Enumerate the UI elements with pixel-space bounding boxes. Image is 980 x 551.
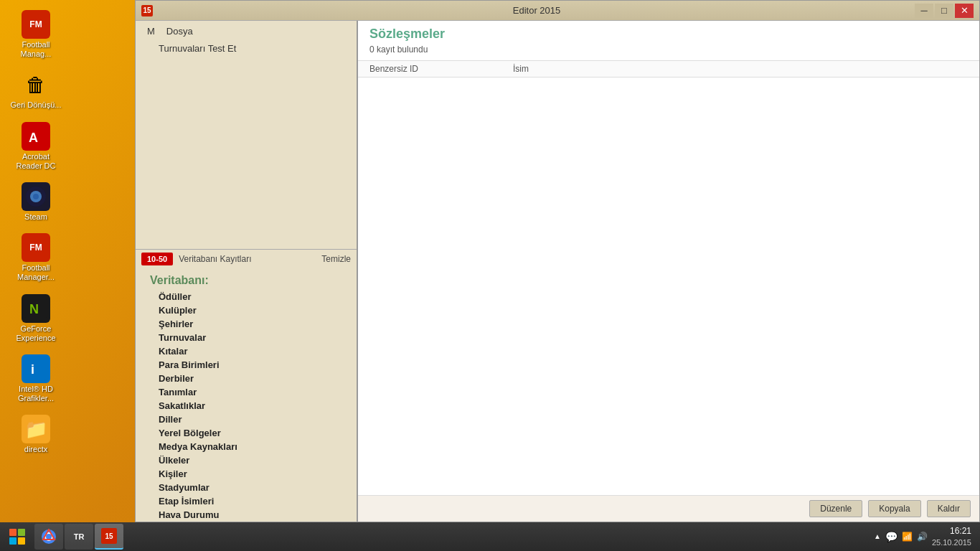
icon-label-fm1: Football Manag... bbox=[10, 40, 62, 59]
db-item-kitalar[interactable]: Kıtalar bbox=[141, 344, 351, 358]
title-bar: 15 Editor 2015 ─ □ ✕ bbox=[136, 1, 979, 21]
record-count: 0 kayıt bulundu bbox=[369, 44, 968, 55]
veritabani-title: Veritabanı: bbox=[141, 271, 351, 290]
fm-icon-2: FM bbox=[22, 233, 50, 262]
table-body bbox=[358, 77, 979, 495]
db-item-sakatliklar[interactable]: Sakatlıklar bbox=[141, 399, 351, 413]
menu-dosya[interactable]: Dosya bbox=[161, 24, 199, 39]
col-header-id: Benzersiz ID bbox=[369, 64, 513, 74]
icon-label-intel: Intel® HD Grafikler... bbox=[10, 385, 62, 403]
left-panel: M Dosya Turnuvaları Test Et 10-50 Verita… bbox=[136, 21, 358, 522]
tray-icon-arrow[interactable]: ▲ bbox=[874, 532, 881, 540]
icon-label-fm2: Football Manager... bbox=[10, 263, 62, 282]
svg-text:N: N bbox=[29, 302, 39, 316]
db-item-turnuvalar[interactable]: Turnuvalar bbox=[141, 331, 351, 344]
taskbar-chrome[interactable] bbox=[34, 524, 63, 550]
menu-bar: M Dosya bbox=[136, 21, 357, 42]
icon-label-recycle: Geri Dönüşü... bbox=[11, 100, 62, 110]
app-icon: 15 bbox=[141, 5, 153, 17]
desktop-icon-football-manager-1[interactable]: FM Football Manag... bbox=[7, 7, 65, 62]
bottom-bar: 10-50 Veritabanı Kayıtları Temizle bbox=[136, 249, 357, 268]
taskbar-fm[interactable]: 15 bbox=[95, 524, 123, 550]
desktop-icon-directx[interactable]: 📁 directx bbox=[7, 412, 65, 457]
icon-label-steam: Steam bbox=[24, 212, 47, 222]
desktop-icon-recycle[interactable]: 🗑 Geri Dönüşü... bbox=[7, 67, 65, 113]
svg-point-4 bbox=[33, 194, 39, 199]
svg-point-11 bbox=[46, 534, 52, 540]
taskbar-language[interactable]: TR bbox=[65, 524, 93, 550]
kaldir-button[interactable]: Kaldır bbox=[927, 500, 971, 517]
db-item-kisiler[interactable]: Kişiler bbox=[141, 467, 351, 481]
db-records-label: Veritabanı Kayıtları bbox=[179, 254, 251, 264]
tray-icon-chat[interactable]: 💬 bbox=[885, 531, 897, 542]
veritabani-items: Ödüller Kulüpler Şehirler Turnuvalar Kıt… bbox=[141, 290, 351, 522]
db-item-diller[interactable]: Diller bbox=[141, 413, 351, 426]
db-item-sehirler[interactable]: Şehirler bbox=[141, 317, 351, 331]
win-logo-blue bbox=[9, 537, 17, 545]
system-clock[interactable]: 16:21 25.10.2015 bbox=[932, 526, 971, 547]
db-item-etap-isimleri[interactable]: Etap İsimleri bbox=[141, 494, 351, 508]
right-footer: Düzenle Kopyala Kaldır bbox=[358, 495, 979, 522]
right-title: Sözleşmeler bbox=[369, 27, 968, 42]
db-item-stadyumlar[interactable]: Stadyumlar bbox=[141, 481, 351, 494]
acrobat-icon: A bbox=[22, 122, 50, 151]
geforce-icon: N bbox=[22, 294, 50, 323]
close-button[interactable]: ✕ bbox=[955, 4, 974, 18]
svg-rect-7 bbox=[25, 358, 47, 380]
db-item-yerel-bolgeler[interactable]: Yerel Bölgeler bbox=[141, 426, 351, 440]
steam-icon bbox=[22, 182, 50, 211]
start-button[interactable] bbox=[3, 524, 32, 550]
win-logo-green bbox=[18, 529, 25, 536]
minimize-button[interactable]: ─ bbox=[915, 4, 933, 18]
sub-menu-section: Turnuvaları Test Et bbox=[136, 42, 357, 55]
db-item-para-birimleri[interactable]: Para Birimleri bbox=[141, 358, 351, 372]
db-count-button[interactable]: 10-50 bbox=[141, 253, 173, 265]
right-header: Sözleşmeler 0 kayıt bulundu bbox=[358, 21, 979, 61]
directx-folder-icon: 📁 bbox=[22, 415, 50, 443]
db-item-kulupler[interactable]: Kulüpler bbox=[141, 303, 351, 317]
db-item-ulkeler[interactable]: Ülkeler bbox=[141, 453, 351, 467]
col-header-name: İsim bbox=[513, 64, 968, 74]
fm-icon-1: FM bbox=[22, 10, 50, 39]
win-logo-yellow bbox=[18, 537, 25, 545]
db-item-tanimlar[interactable]: Tanımlar bbox=[141, 385, 351, 399]
db-item-derbiler[interactable]: Derbiler bbox=[141, 372, 351, 385]
windows-logo bbox=[6, 525, 29, 548]
db-item-oduller[interactable]: Ödüller bbox=[141, 290, 351, 303]
desktop-icon-steam[interactable]: Steam bbox=[7, 179, 65, 225]
tray-icon-volume[interactable]: 🔊 bbox=[917, 532, 928, 542]
table-header: Benzersiz ID İsim bbox=[358, 61, 979, 77]
icon-label-acrobat: Acrobat Reader DC bbox=[10, 152, 62, 171]
title-bar-buttons: ─ □ ✕ bbox=[915, 4, 974, 18]
clock-date: 25.10.2015 bbox=[932, 537, 971, 547]
recycle-icon: 🗑 bbox=[22, 70, 50, 99]
tray-icon-network: 📶 bbox=[902, 532, 913, 542]
taskbar-right: ▲ 💬 📶 🔊 16:21 25.10.2015 bbox=[874, 526, 977, 547]
intel-icon: i bbox=[22, 354, 50, 383]
db-item-medya-kaynaklari[interactable]: Medya Kaynakları bbox=[141, 440, 351, 453]
app-content: M Dosya Turnuvaları Test Et 10-50 Verita… bbox=[136, 21, 979, 522]
maximize-button[interactable]: □ bbox=[935, 4, 953, 18]
db-item-hava-durumu[interactable]: Hava Durumu bbox=[141, 508, 351, 522]
veritabani-section: Veritabanı: Ödüller Kulüpler Şehirler Tu… bbox=[136, 268, 357, 522]
app-window: 15 Editor 2015 ─ □ ✕ M Dosya Turnuvaları… bbox=[135, 0, 980, 522]
menu-m[interactable]: M bbox=[141, 24, 161, 39]
win-logo-red bbox=[9, 529, 17, 536]
icon-label-geforce: GeForce Experience bbox=[10, 324, 62, 343]
desktop-icon-intel[interactable]: i Intel® HD Grafikler... bbox=[7, 352, 65, 406]
svg-text:A: A bbox=[29, 131, 38, 145]
taskbar: TR 15 ▲ 💬 📶 🔊 16:21 25.10.2015 bbox=[0, 522, 980, 551]
duzenle-button[interactable]: Düzenle bbox=[809, 500, 862, 517]
icon-label-directx: directx bbox=[24, 445, 47, 454]
clock-time: 16:21 bbox=[932, 526, 971, 537]
kopyala-button[interactable]: Kopyala bbox=[868, 500, 920, 517]
desktop-icon-geforce[interactable]: N GeForce Experience bbox=[7, 291, 65, 346]
right-panel: Sözleşmeler 0 kayıt bulundu Benzersiz ID… bbox=[358, 21, 979, 522]
desktop: FM Football Manag... 🗑 Geri Dönüşü... A … bbox=[0, 0, 980, 551]
temizle-button[interactable]: Temizle bbox=[321, 254, 351, 264]
desktop-icon-acrobat[interactable]: A Acrobat Reader DC bbox=[7, 119, 65, 174]
desktop-icon-list: FM Football Manag... 🗑 Geri Dönüşü... A … bbox=[7, 7, 65, 457]
taskbar-apps: TR 15 bbox=[34, 524, 123, 550]
submenu-turnuvalar[interactable]: Turnuvaları Test Et bbox=[141, 42, 253, 55]
desktop-icon-football-manager-2[interactable]: FM Football Manager... bbox=[7, 230, 65, 285]
